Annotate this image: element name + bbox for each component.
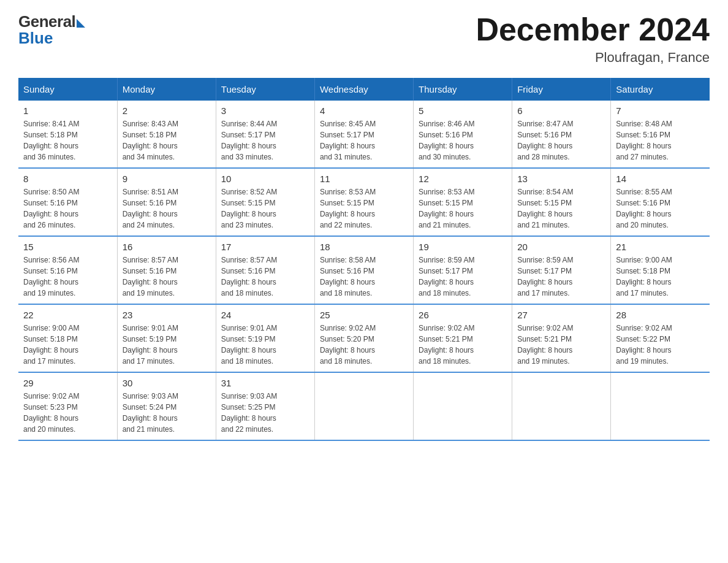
day-info: Sunrise: 8:59 AMSunset: 5:17 PMDaylight:… xyxy=(517,255,605,299)
day-number: 21 xyxy=(616,242,705,252)
weekday-header-tuesday: Tuesday xyxy=(216,78,314,101)
day-info: Sunrise: 8:56 AMSunset: 5:16 PMDaylight:… xyxy=(23,255,112,299)
day-number: 25 xyxy=(320,310,408,320)
calendar-cell: 27Sunrise: 9:02 AMSunset: 5:21 PMDayligh… xyxy=(512,304,611,372)
day-info: Sunrise: 8:45 AMSunset: 5:17 PMDaylight:… xyxy=(320,118,408,163)
weekday-header-wednesday: Wednesday xyxy=(314,78,413,101)
day-number: 1 xyxy=(23,105,112,116)
calendar-cell: 18Sunrise: 8:58 AMSunset: 5:16 PMDayligh… xyxy=(314,236,413,304)
day-number: 12 xyxy=(419,174,507,184)
day-info: Sunrise: 8:58 AMSunset: 5:16 PMDaylight:… xyxy=(320,255,408,299)
day-number: 15 xyxy=(23,242,112,252)
day-number: 31 xyxy=(221,378,309,388)
page-header: General Blue December 2024 Ploufragan, F… xyxy=(18,12,710,66)
calendar-cell: 2Sunrise: 8:43 AMSunset: 5:18 PMDaylight… xyxy=(117,101,216,168)
calendar-cell: 3Sunrise: 8:44 AMSunset: 5:17 PMDaylight… xyxy=(216,101,314,168)
day-number: 8 xyxy=(23,174,112,184)
day-info: Sunrise: 8:53 AMSunset: 5:15 PMDaylight:… xyxy=(320,186,408,231)
day-info: Sunrise: 8:51 AMSunset: 5:16 PMDaylight:… xyxy=(123,186,211,231)
day-info: Sunrise: 8:46 AMSunset: 5:16 PMDaylight:… xyxy=(419,118,507,163)
day-info: Sunrise: 8:57 AMSunset: 5:16 PMDaylight:… xyxy=(123,255,211,299)
day-number: 5 xyxy=(419,105,507,116)
logo-blue-text: Blue xyxy=(18,29,53,48)
day-number: 29 xyxy=(23,378,112,388)
day-number: 24 xyxy=(221,310,309,320)
day-number: 10 xyxy=(221,174,309,184)
calendar-cell: 14Sunrise: 8:55 AMSunset: 5:16 PMDayligh… xyxy=(611,168,710,236)
calendar-cell: 19Sunrise: 8:59 AMSunset: 5:17 PMDayligh… xyxy=(414,236,512,304)
day-info: Sunrise: 9:02 AMSunset: 5:21 PMDaylight:… xyxy=(419,323,507,367)
weekday-header-row: SundayMondayTuesdayWednesdayThursdayFrid… xyxy=(18,78,710,101)
weekday-header-sunday: Sunday xyxy=(18,78,117,101)
calendar-cell: 26Sunrise: 9:02 AMSunset: 5:21 PMDayligh… xyxy=(414,304,512,372)
weekday-header-thursday: Thursday xyxy=(414,78,512,101)
calendar-cell xyxy=(611,372,710,440)
calendar-body: 1Sunrise: 8:41 AMSunset: 5:18 PMDaylight… xyxy=(18,101,710,440)
day-number: 14 xyxy=(616,174,705,184)
month-title: December 2024 xyxy=(476,12,710,47)
weekday-header-saturday: Saturday xyxy=(611,78,710,101)
weekday-header-monday: Monday xyxy=(117,78,216,101)
day-info: Sunrise: 8:57 AMSunset: 5:16 PMDaylight:… xyxy=(221,255,309,299)
day-number: 3 xyxy=(221,105,309,116)
day-info: Sunrise: 9:01 AMSunset: 5:19 PMDaylight:… xyxy=(221,323,309,367)
calendar-cell: 7Sunrise: 8:48 AMSunset: 5:16 PMDaylight… xyxy=(611,101,710,168)
calendar-cell xyxy=(414,372,512,440)
day-info: Sunrise: 9:00 AMSunset: 5:18 PMDaylight:… xyxy=(23,323,112,367)
calendar-cell: 8Sunrise: 8:50 AMSunset: 5:16 PMDaylight… xyxy=(18,168,117,236)
day-info: Sunrise: 9:03 AMSunset: 5:24 PMDaylight:… xyxy=(123,391,211,435)
logo: General Blue xyxy=(18,12,85,48)
day-info: Sunrise: 9:02 AMSunset: 5:21 PMDaylight:… xyxy=(517,323,605,367)
calendar-cell: 21Sunrise: 9:00 AMSunset: 5:18 PMDayligh… xyxy=(611,236,710,304)
calendar-cell: 9Sunrise: 8:51 AMSunset: 5:16 PMDaylight… xyxy=(117,168,216,236)
day-number: 27 xyxy=(517,310,605,320)
calendar-week-1: 1Sunrise: 8:41 AMSunset: 5:18 PMDaylight… xyxy=(18,101,710,168)
calendar-cell: 20Sunrise: 8:59 AMSunset: 5:17 PMDayligh… xyxy=(512,236,611,304)
day-number: 20 xyxy=(517,242,605,252)
day-number: 17 xyxy=(221,242,309,252)
calendar-cell: 25Sunrise: 9:02 AMSunset: 5:20 PMDayligh… xyxy=(314,304,413,372)
day-info: Sunrise: 8:53 AMSunset: 5:15 PMDaylight:… xyxy=(419,186,507,231)
day-number: 6 xyxy=(517,105,605,116)
day-info: Sunrise: 9:02 AMSunset: 5:20 PMDaylight:… xyxy=(320,323,408,367)
logo-triangle-icon xyxy=(77,19,85,28)
day-number: 13 xyxy=(517,174,605,184)
location-text: Ploufragan, France xyxy=(476,50,710,66)
day-info: Sunrise: 8:41 AMSunset: 5:18 PMDaylight:… xyxy=(23,118,112,163)
calendar-cell: 15Sunrise: 8:56 AMSunset: 5:16 PMDayligh… xyxy=(18,236,117,304)
calendar-cell: 31Sunrise: 9:03 AMSunset: 5:25 PMDayligh… xyxy=(216,372,314,440)
day-number: 7 xyxy=(616,105,705,116)
weekday-header-friday: Friday xyxy=(512,78,611,101)
title-section: December 2024 Ploufragan, France xyxy=(476,12,710,66)
day-number: 4 xyxy=(320,105,408,116)
calendar-cell: 5Sunrise: 8:46 AMSunset: 5:16 PMDaylight… xyxy=(414,101,512,168)
day-number: 9 xyxy=(123,174,211,184)
calendar-week-3: 15Sunrise: 8:56 AMSunset: 5:16 PMDayligh… xyxy=(18,236,710,304)
calendar-cell: 1Sunrise: 8:41 AMSunset: 5:18 PMDaylight… xyxy=(18,101,117,168)
calendar-cell: 4Sunrise: 8:45 AMSunset: 5:17 PMDaylight… xyxy=(314,101,413,168)
calendar-cell xyxy=(512,372,611,440)
calendar-cell: 30Sunrise: 9:03 AMSunset: 5:24 PMDayligh… xyxy=(117,372,216,440)
calendar-cell: 11Sunrise: 8:53 AMSunset: 5:15 PMDayligh… xyxy=(314,168,413,236)
calendar-cell: 28Sunrise: 9:02 AMSunset: 5:22 PMDayligh… xyxy=(611,304,710,372)
day-info: Sunrise: 9:00 AMSunset: 5:18 PMDaylight:… xyxy=(616,255,705,299)
calendar-cell: 13Sunrise: 8:54 AMSunset: 5:15 PMDayligh… xyxy=(512,168,611,236)
day-info: Sunrise: 9:01 AMSunset: 5:19 PMDaylight:… xyxy=(123,323,211,367)
calendar-header: SundayMondayTuesdayWednesdayThursdayFrid… xyxy=(18,78,710,101)
day-number: 2 xyxy=(123,105,211,116)
calendar-cell: 24Sunrise: 9:01 AMSunset: 5:19 PMDayligh… xyxy=(216,304,314,372)
calendar-cell: 22Sunrise: 9:00 AMSunset: 5:18 PMDayligh… xyxy=(18,304,117,372)
day-info: Sunrise: 8:54 AMSunset: 5:15 PMDaylight:… xyxy=(517,186,605,231)
day-info: Sunrise: 8:50 AMSunset: 5:16 PMDaylight:… xyxy=(23,186,112,231)
day-info: Sunrise: 9:03 AMSunset: 5:25 PMDaylight:… xyxy=(221,391,309,435)
calendar-cell: 12Sunrise: 8:53 AMSunset: 5:15 PMDayligh… xyxy=(414,168,512,236)
day-info: Sunrise: 8:47 AMSunset: 5:16 PMDaylight:… xyxy=(517,118,605,163)
day-number: 18 xyxy=(320,242,408,252)
day-info: Sunrise: 8:55 AMSunset: 5:16 PMDaylight:… xyxy=(616,186,705,231)
day-number: 11 xyxy=(320,174,408,184)
day-number: 23 xyxy=(123,310,211,320)
day-number: 30 xyxy=(123,378,211,388)
calendar-cell xyxy=(314,372,413,440)
calendar-cell: 29Sunrise: 9:02 AMSunset: 5:23 PMDayligh… xyxy=(18,372,117,440)
day-info: Sunrise: 8:43 AMSunset: 5:18 PMDaylight:… xyxy=(123,118,211,163)
